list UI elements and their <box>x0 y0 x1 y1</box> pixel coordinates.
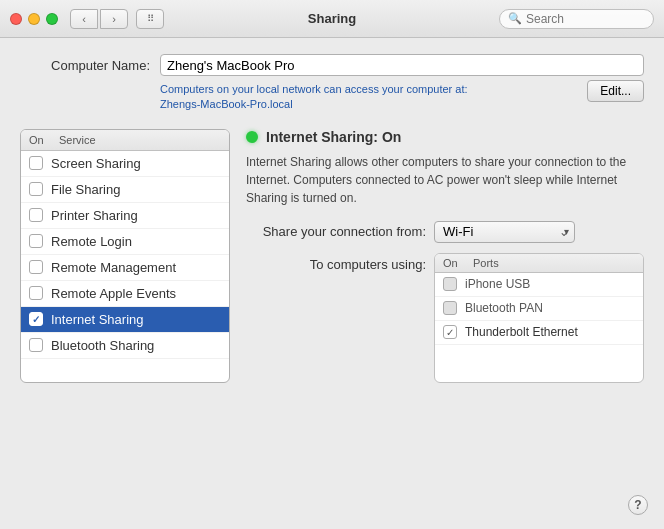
share-from-select[interactable]: Wi-Fi Ethernet Thunderbolt Bridge <box>434 221 575 243</box>
service-checkbox-screen-sharing[interactable] <box>29 156 43 170</box>
share-from-label: Share your connection from: <box>246 224 426 239</box>
help-area: ? <box>628 495 648 515</box>
window-title: Sharing <box>308 11 356 26</box>
sharing-description: Internet Sharing allows other computers … <box>246 153 644 207</box>
port-checkbox-thunderbolt-ethernet[interactable] <box>443 325 457 339</box>
share-from-row: Share your connection from: Wi-Fi Ethern… <box>246 221 644 243</box>
search-input[interactable] <box>526 12 645 26</box>
service-name-remote-login: Remote Login <box>51 234 132 249</box>
minimize-button[interactable] <box>28 13 40 25</box>
ports-header: On Ports <box>435 254 643 273</box>
maximize-button[interactable] <box>46 13 58 25</box>
port-name-iphone-usb: iPhone USB <box>465 277 530 291</box>
sharing-status-title: Internet Sharing: On <box>266 129 401 145</box>
service-name-remote-apple-events: Remote Apple Events <box>51 286 176 301</box>
service-checkbox-remote-management[interactable] <box>29 260 43 274</box>
service-name-file-sharing: File Sharing <box>51 182 120 197</box>
service-name-bluetooth-sharing: Bluetooth Sharing <box>51 338 154 353</box>
service-name-screen-sharing: Screen Sharing <box>51 156 141 171</box>
service-item-remote-apple-events[interactable]: Remote Apple Events <box>21 281 229 307</box>
services-header-on: On <box>29 134 59 146</box>
service-checkbox-bluetooth-sharing[interactable] <box>29 338 43 352</box>
service-name-printer-sharing: Printer Sharing <box>51 208 138 223</box>
service-item-screen-sharing[interactable]: Screen Sharing <box>21 151 229 177</box>
local-address: Zhengs-MacBook-Pro.local <box>160 98 293 110</box>
service-item-remote-login[interactable]: Remote Login <box>21 229 229 255</box>
service-item-internet-sharing[interactable]: Internet Sharing <box>21 307 229 333</box>
to-computers-row: To computers using: On Ports iPhone USB … <box>246 253 644 383</box>
subtitle-main: Computers on your local network can acce… <box>160 83 468 95</box>
ports-table: On Ports iPhone USB Bluetooth PAN Thunde… <box>434 253 644 383</box>
ports-header-ports: Ports <box>473 257 499 269</box>
port-item-thunderbolt-ethernet[interactable]: Thunderbolt Ethernet <box>435 321 643 345</box>
service-checkbox-internet-sharing[interactable] <box>29 312 43 326</box>
share-from-select-wrapper: Wi-Fi Ethernet Thunderbolt Bridge ▾ <box>434 221 575 243</box>
port-name-bluetooth-pan: Bluetooth PAN <box>465 301 543 315</box>
port-item-iphone-usb[interactable]: iPhone USB <box>435 273 643 297</box>
right-panel: Internet Sharing: On Internet Sharing al… <box>246 129 644 383</box>
services-header-service: Service <box>59 134 96 146</box>
service-checkbox-remote-login[interactable] <box>29 234 43 248</box>
main-content: Computer Name: Computers on your local n… <box>0 38 664 399</box>
grid-button[interactable]: ⠿ <box>136 9 164 29</box>
services-header: On Service <box>21 130 229 151</box>
grid-icon: ⠿ <box>147 13 154 24</box>
lower-section: On Service Screen Sharing File Sharing P… <box>20 129 644 383</box>
back-button[interactable]: ‹ <box>70 9 98 29</box>
back-icon: ‹ <box>82 13 86 25</box>
to-computers-label: To computers using: <box>246 253 426 272</box>
service-item-printer-sharing[interactable]: Printer Sharing <box>21 203 229 229</box>
ports-header-on: On <box>443 257 473 269</box>
help-button[interactable]: ? <box>628 495 648 515</box>
service-checkbox-remote-apple-events[interactable] <box>29 286 43 300</box>
service-name-remote-management: Remote Management <box>51 260 176 275</box>
traffic-lights <box>10 13 58 25</box>
service-checkbox-file-sharing[interactable] <box>29 182 43 196</box>
edit-button[interactable]: Edit... <box>587 80 644 102</box>
service-item-file-sharing[interactable]: File Sharing <box>21 177 229 203</box>
search-bar[interactable]: 🔍 <box>499 9 654 29</box>
port-checkbox-iphone-usb[interactable] <box>443 277 457 291</box>
subtitle-text: Computers on your local network can acce… <box>160 82 575 113</box>
service-checkbox-printer-sharing[interactable] <box>29 208 43 222</box>
service-item-bluetooth-sharing[interactable]: Bluetooth Sharing <box>21 333 229 359</box>
search-icon: 🔍 <box>508 12 522 25</box>
forward-icon: › <box>112 13 116 25</box>
port-item-bluetooth-pan[interactable]: Bluetooth PAN <box>435 297 643 321</box>
computer-name-label: Computer Name: <box>20 58 150 73</box>
forward-button[interactable]: › <box>100 9 128 29</box>
service-name-internet-sharing: Internet Sharing <box>51 312 144 327</box>
computer-name-input[interactable] <box>160 54 644 76</box>
subtitle-row: Computers on your local network can acce… <box>20 82 644 113</box>
port-name-thunderbolt-ethernet: Thunderbolt Ethernet <box>465 325 578 339</box>
service-item-remote-management[interactable]: Remote Management <box>21 255 229 281</box>
status-dot-green <box>246 131 258 143</box>
nav-buttons: ‹ › <box>70 9 128 29</box>
port-checkbox-bluetooth-pan[interactable] <box>443 301 457 315</box>
title-bar: ‹ › ⠿ Sharing 🔍 <box>0 0 664 38</box>
services-panel: On Service Screen Sharing File Sharing P… <box>20 129 230 383</box>
sharing-status: Internet Sharing: On <box>246 129 644 145</box>
computer-name-row: Computer Name: <box>20 54 644 76</box>
close-button[interactable] <box>10 13 22 25</box>
